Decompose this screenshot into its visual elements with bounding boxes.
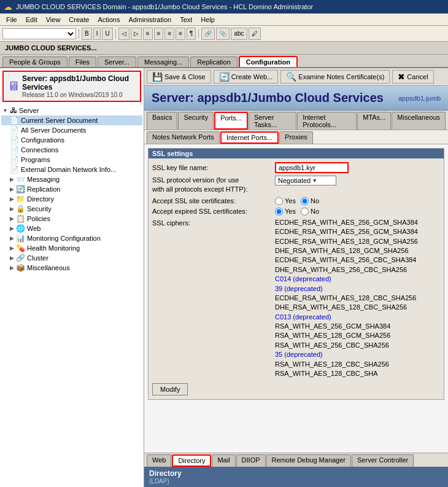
menu-text[interactable]: Text [176,15,196,25]
toolbar-btn-8[interactable]: 🔗 [201,28,215,40]
tree-configurations[interactable]: 📄 Configurations [1,135,142,145]
toolbar: B I U ◁ ▷ ≡ ≡ ≡ ≡ ¶ 🔗 📎 abc 🖊 [0,26,448,42]
sub-tab-internet-ports[interactable]: Internet Ports... [220,131,279,144]
bottom-tab-remote-debug[interactable]: Remote Debug Manager [266,454,351,467]
tree-item-label-12: Monitoring Configuration [27,235,101,242]
menu-file[interactable]: File [2,15,21,25]
toolbar-btn-7[interactable]: ¶ [187,28,196,40]
tab-basics[interactable]: Basics [147,112,177,130]
toolbar-btn-5[interactable]: ≡ [164,28,174,40]
accept-expired-no[interactable]: No [301,208,319,216]
cancel-button[interactable]: ✖ Cancel [392,70,433,84]
accept-site-no-radio[interactable] [301,197,309,205]
accept-expired-yes-radio[interactable] [275,208,283,216]
tab-ports[interactable]: Ports... [214,112,248,130]
tree-item-label-7: Replication [27,185,60,193]
tab-miscellaneous[interactable]: Miscellaneous [392,112,446,130]
accept-expired-no-radio[interactable] [301,208,309,216]
menu-administration[interactable]: Administration [125,15,175,25]
tree-miscellaneous[interactable]: ▶ 📦 Miscellaneous [1,263,142,273]
tree-expand-replication: ▶ [10,186,14,192]
toolbar-btn-6[interactable]: ≡ [176,28,185,40]
save-close-button[interactable]: 💾 Save & Close [147,70,211,84]
toolbar-sep-3 [198,29,199,39]
cancel-icon: ✖ [398,72,405,82]
tab-replication[interactable]: Replication [190,56,237,67]
accept-site-yes-radio[interactable] [275,197,283,205]
toolbar-underline[interactable]: U [102,28,112,40]
bottom-tab-web[interactable]: Web [147,454,171,467]
create-web-button[interactable]: 🔄 Create Web... [214,70,279,84]
tree-health-monitoring[interactable]: ▶ 💊 Health Monitoring [1,243,142,253]
bottom-tab-mail[interactable]: Mail [212,454,235,467]
toolbar-dropdown[interactable] [2,28,76,39]
doc-icon-6: 📄 [10,165,19,174]
misc-icon: 📦 [16,263,25,272]
tree-current-server-doc[interactable]: 📄 Current Server Document [1,115,142,125]
tab-server[interactable]: Server... [98,56,136,67]
toolbar-btn-10[interactable]: abc [231,28,247,40]
tab-files[interactable]: Files [69,56,96,67]
tree-all-server-docs[interactable]: 📄 All Server Documents [1,125,142,135]
ciphers-label: SSL ciphers: [152,218,275,227]
examine-cert-button[interactable]: 🔍 Examine Notes Certificate(s) [280,70,390,84]
toolbar-btn-9[interactable]: 📎 [216,28,230,40]
tree-messaging[interactable]: ▶ 📨 Messaging [1,174,142,184]
menu-view[interactable]: View [42,15,64,25]
accept-expired-label: Accept expired SSL certificates: [152,208,275,215]
tree-connections[interactable]: 📄 Connections [1,145,142,155]
menu-help[interactable]: Help [197,15,218,25]
bottom-tab-server-controller[interactable]: Server Controller [352,454,414,467]
menu-actions[interactable]: Actions [94,15,123,25]
tree-programs[interactable]: 📄 Programs [1,155,142,165]
tab-server-tasks[interactable]: Server Tasks... [249,112,296,130]
toolbar-btn-4[interactable]: ≡ [154,28,164,40]
tree-security[interactable]: ▶ 🔒 Security [1,204,142,214]
tab-internet-protocols[interactable]: Internet Protocols... [297,112,357,130]
sub-tab-proxies[interactable]: Proxies [279,131,313,144]
doc-icon-2: 📄 [10,126,19,134]
tree-item-label-2: Configurations [21,136,64,144]
toolbar-italic[interactable]: I [93,28,101,40]
domain-label: JUMBO CLOUD SERVICES... [0,42,448,55]
tree-policies[interactable]: ▶ 📋 Policies [1,214,142,224]
accept-site-yes[interactable]: Yes [275,197,296,205]
bottom-tab-directory[interactable]: Directory [172,454,211,467]
tab-people-groups[interactable]: People & Groups [2,56,68,67]
accept-site-no[interactable]: No [301,197,319,205]
toolbar-btn-2[interactable]: ▷ [131,28,142,40]
tab-configuration[interactable]: Configuration [239,56,298,67]
ssl-protocol-text: Negotiated [278,177,311,184]
tree-monitoring-config[interactable]: ▶ 📊 Monitoring Configuration [1,233,142,243]
tree-external-domain[interactable]: 📄 External Domain Network Info... [1,165,142,174]
examine-cert-label: Examine Notes Certificate(s) [298,73,384,80]
tree-server-root[interactable]: ▼ 🖧 Server [1,106,142,115]
toolbar-btn-11[interactable]: 🖊 [249,28,261,40]
accept-expired-yes[interactable]: Yes [275,208,296,216]
directory-icon: 📁 [16,195,25,203]
cipher-item: RSA_WITH_AES_256_CBC_SHA256 [275,341,440,350]
toolbar-btn-3[interactable]: ≡ [143,28,153,40]
menu-create[interactable]: Create [65,15,93,25]
tree-web[interactable]: ▶ 🌐 Web [1,224,142,233]
ssl-key-file-value[interactable]: appsdb1.kyr [275,162,349,173]
tree-replication[interactable]: ▶ 🔄 Replication [1,184,142,194]
sub-tab-notes-network[interactable]: Notes Network Ports [147,131,220,144]
bottom-tab-diiop[interactable]: DIIOP [236,454,266,467]
left-panel: 🖥 Server: appsdb1/Jumbo Cloud Services R… [0,68,144,487]
toolbar-btn-1[interactable]: ◁ [118,28,129,40]
tree-directory[interactable]: ▶ 📁 Directory [1,194,142,204]
tab-security[interactable]: Security [178,112,214,130]
cipher-item: ECDHE_RSA_WITH_AES_256_GCM_SHA384 [275,218,440,227]
tree-expand-misc: ▶ [10,265,14,271]
tree-server-label: Server [19,107,39,114]
menu-edit[interactable]: Edit [22,15,41,25]
ssl-key-file-row: SSL key file name: appsdb1.kyr [152,162,440,173]
toolbar-sep-1 [79,29,79,39]
tab-mtas[interactable]: MTAs... [357,112,391,130]
toolbar-bold[interactable]: B [82,28,92,40]
ssl-protocol-value[interactable]: Negotiated ▼ [275,176,336,185]
tab-messaging[interactable]: Messaging... [137,56,189,67]
modify-button[interactable]: Modify [152,383,188,395]
tree-cluster[interactable]: ▶ 🔗 Cluster [1,253,142,263]
